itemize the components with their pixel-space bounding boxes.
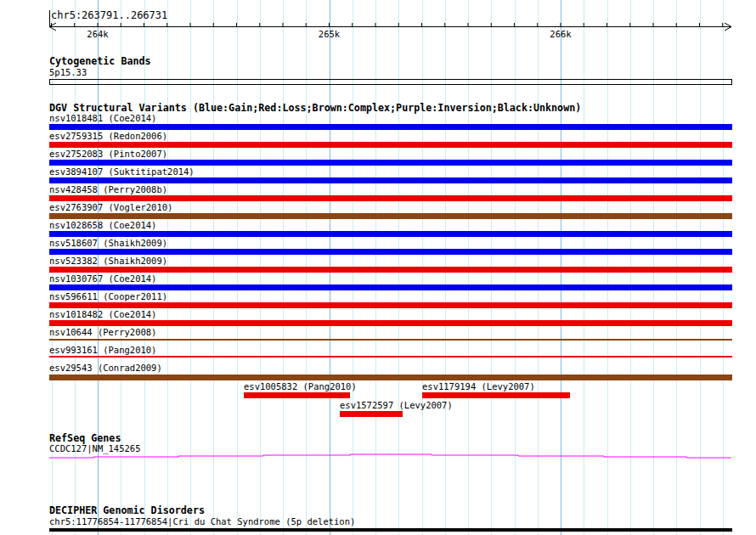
- variant-label[interactable]: nsv1018482 (Coe2014): [49, 310, 156, 319]
- ruler-tick-label: 264k: [87, 30, 108, 39]
- cytoband-box[interactable]: [49, 79, 732, 85]
- variant-bar[interactable]: [49, 213, 732, 219]
- variant-label[interactable]: nsv1030767 (Coe2014): [49, 274, 156, 284]
- ruler[interactable]: [0, 0, 756, 42]
- variant-label[interactable]: nsv1018481 (Coe2014): [49, 114, 156, 123]
- variant-label[interactable]: nsv10644 (Perry2008): [49, 328, 156, 337]
- variant-bar[interactable]: [49, 124, 732, 130]
- variant-label[interactable]: nsv596611 (Cooper2011): [49, 292, 167, 301]
- section-header-dgv-variants: DGV Structural Variants (Blue:Gain;Red:L…: [49, 103, 581, 113]
- variant-label[interactable]: esv1005832 (Pang2010): [244, 382, 357, 391]
- variant-bar[interactable]: [49, 339, 732, 341]
- variant-bar[interactable]: [49, 231, 732, 237]
- variant-bar[interactable]: [49, 177, 732, 183]
- variant-bar[interactable]: [49, 160, 732, 166]
- variant-bar[interactable]: [49, 284, 732, 290]
- variant-label[interactable]: esv2763907 (Vogler2010): [49, 203, 172, 212]
- variant-bar[interactable]: [340, 411, 403, 417]
- variant-label[interactable]: esv1572597 (Levy2007): [340, 401, 453, 410]
- variant-bar[interactable]: [422, 392, 570, 398]
- variant-label[interactable]: esv2752083 (Pinto2007): [49, 149, 167, 159]
- variant-label[interactable]: nsv523382 (Shaikh2009): [49, 256, 167, 266]
- variant-bar[interactable]: [49, 374, 732, 380]
- variant-label[interactable]: esv993161 (Pang2010): [49, 346, 156, 355]
- ruler-axis-line[interactable]: [49, 10, 731, 27]
- variant-bar[interactable]: [49, 142, 732, 148]
- gene-model-line[interactable]: [49, 454, 731, 458]
- variant-label[interactable]: esv1179194 (Levy2007): [422, 382, 535, 391]
- cytoband-label[interactable]: 5p15.33: [49, 68, 87, 77]
- variant-bar[interactable]: [49, 267, 732, 273]
- variant-bar[interactable]: [49, 249, 732, 255]
- variant-label[interactable]: esv29543 (Conrad2009): [49, 363, 162, 373]
- variant-label[interactable]: esv2759315 (Redon2006): [49, 132, 167, 141]
- section-header-decipher: DECIPHER Genomic Disorders: [49, 505, 205, 515]
- variant-bar[interactable]: [49, 195, 732, 201]
- variant-bar[interactable]: [49, 320, 732, 326]
- variant-label[interactable]: nsv518607 (Shaikh2009): [49, 239, 167, 248]
- section-header-cytogenetic-bands: Cytogenetic Bands: [49, 56, 151, 66]
- variant-bar[interactable]: [49, 302, 732, 308]
- variant-label[interactable]: nsv1028658 (Coe2014): [49, 221, 156, 230]
- ruler-tick-label: 265k: [319, 30, 340, 39]
- genome-browser-view: chr5:263791..266731 264k265k266k Cytogen…: [0, 0, 756, 535]
- ruler-tick-label: 266k: [550, 30, 571, 39]
- gene-label[interactable]: CCDC127|NM_145265: [49, 444, 140, 453]
- variant-bar[interactable]: [244, 392, 350, 398]
- variant-label[interactable]: nsv428458 (Perry2008b): [49, 185, 167, 194]
- decipher-region-bar[interactable]: [49, 528, 732, 532]
- variant-label[interactable]: esv3894107 (Suktitipat2014): [49, 167, 195, 177]
- variant-bar[interactable]: [49, 356, 732, 358]
- section-header-refseq-genes: RefSeq Genes: [49, 433, 121, 443]
- decipher-entry-label[interactable]: chr5:11776854-11776854|Cri du Chat Syndr…: [49, 517, 355, 527]
